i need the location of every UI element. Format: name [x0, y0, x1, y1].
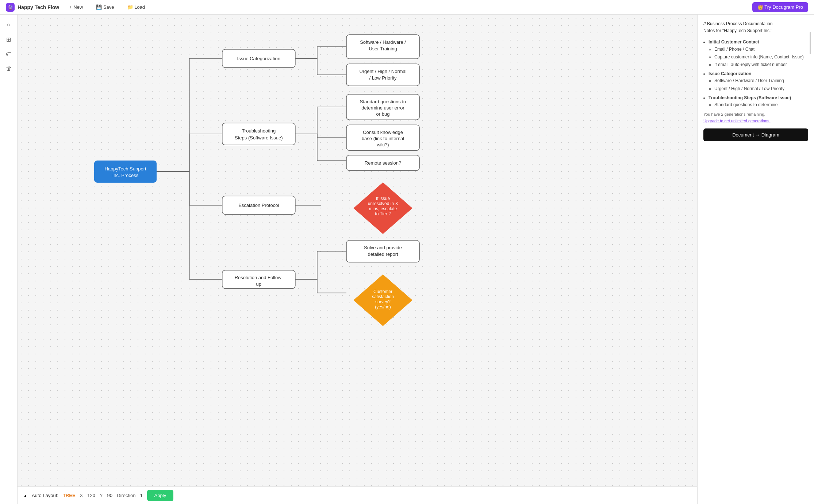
- svg-rect-0: [94, 161, 156, 182]
- x-value: 120: [87, 493, 95, 498]
- svg-text:Issue Categorization: Issue Categorization: [237, 56, 281, 61]
- direction-label: Direction: [117, 493, 135, 498]
- svg-text:Customer: Customer: [373, 289, 392, 294]
- bottom-bar: ▲ Auto Layout: TREE X 120 Y 90 Direction…: [18, 486, 697, 504]
- panel-title: // Business Process Documentation Notes …: [703, 20, 808, 34]
- new-label: + New: [69, 4, 83, 10]
- diagram-canvas[interactable]: HappyTech Support Inc. Process Issue Cat…: [18, 15, 697, 504]
- panel-content: Initial Customer Contact Email / Phone /…: [703, 39, 808, 108]
- svg-text:detailed report: detailed report: [368, 251, 398, 257]
- apply-label: Apply: [154, 493, 166, 498]
- tree-badge: TREE: [63, 493, 76, 498]
- svg-text:Consult knowledge: Consult knowledge: [363, 130, 403, 135]
- header: 🔮 Happy Tech Flow + New 💾 Save 📁 Load 👑 …: [0, 0, 814, 15]
- svg-text:Escalation Protocol: Escalation Protocol: [238, 203, 279, 208]
- grid-icon[interactable]: ⊞: [3, 34, 15, 45]
- tag-icon[interactable]: 🏷: [3, 48, 15, 60]
- svg-text:survey?: survey?: [375, 299, 391, 304]
- svg-text:or bug: or bug: [376, 111, 390, 117]
- svg-text:If issue: If issue: [376, 196, 390, 201]
- svg-text:up: up: [256, 281, 261, 287]
- app-logo: 🔮 Happy Tech Flow: [6, 3, 59, 12]
- new-button[interactable]: + New: [66, 3, 86, 11]
- svg-text:Urgent / High / Normal: Urgent / High / Normal: [359, 69, 406, 74]
- doc-diagram-button[interactable]: Document → Diagram: [703, 128, 808, 141]
- load-label: 📁 Load: [127, 4, 145, 10]
- y-label: Y: [100, 493, 103, 498]
- auto-layout-label: Auto Layout:: [32, 493, 58, 498]
- svg-text:base (link to internal: base (link to internal: [362, 136, 404, 141]
- app-title: Happy Tech Flow: [18, 4, 59, 10]
- pro-button[interactable]: 👑 Try Docugram Pro: [752, 2, 808, 12]
- svg-text:(yes/no): (yes/no): [375, 304, 391, 309]
- svg-text:determine user error: determine user error: [361, 105, 404, 111]
- svg-text:unresolved in X: unresolved in X: [368, 201, 398, 206]
- svg-text:satisfaction: satisfaction: [372, 294, 394, 299]
- svg-text:Standard questions to: Standard questions to: [360, 99, 406, 104]
- svg-text:Solve and provide: Solve and provide: [364, 245, 402, 250]
- x-label: X: [80, 493, 83, 498]
- svg-text:to Tier 2: to Tier 2: [375, 211, 391, 216]
- save-label: 💾 Save: [96, 4, 114, 10]
- svg-text:mins, escalate: mins, escalate: [369, 206, 397, 211]
- caret-icon: ▲: [23, 493, 27, 498]
- right-panel: // Business Process Documentation Notes …: [697, 15, 814, 504]
- apply-button[interactable]: Apply: [147, 490, 174, 501]
- load-button[interactable]: 📁 Load: [124, 3, 148, 11]
- svg-text:HappyTech Support: HappyTech Support: [104, 166, 146, 172]
- svg-text:wiki?): wiki?): [376, 142, 389, 147]
- svg-text:Software / Hardware /: Software / Hardware /: [360, 39, 406, 45]
- upgrade-link[interactable]: Upgrade to get unlimited generations.: [703, 119, 770, 123]
- logo-icon: 🔮: [6, 3, 15, 12]
- direction-value: 1: [140, 493, 142, 498]
- svg-text:User Training: User Training: [369, 46, 397, 51]
- upgrade-note: You have 2 generations remaining. Upgrad…: [703, 111, 808, 124]
- left-sidebar: ○ ⊞ 🏷 🗑: [0, 15, 18, 504]
- svg-text:Steps (Software Issue): Steps (Software Issue): [235, 135, 283, 141]
- trash-icon[interactable]: 🗑: [3, 63, 15, 74]
- save-button[interactable]: 💾 Save: [93, 3, 117, 11]
- svg-rect-11: [222, 123, 295, 145]
- svg-text:Remote session?: Remote session?: [365, 160, 401, 166]
- svg-text:Resolution and Follow-: Resolution and Follow-: [235, 275, 283, 280]
- svg-text:/ Low Priority: / Low Priority: [369, 75, 397, 81]
- svg-text:Inc. Process: Inc. Process: [112, 173, 139, 178]
- scroll-indicator: [810, 29, 811, 504]
- pro-label: 👑 Try Docugram Pro: [757, 4, 803, 10]
- y-value: 90: [107, 493, 112, 498]
- svg-text:Troubleshooting: Troubleshooting: [242, 128, 276, 134]
- doc-diagram-label: Document → Diagram: [732, 132, 779, 138]
- shapes-icon[interactable]: ○: [3, 19, 15, 31]
